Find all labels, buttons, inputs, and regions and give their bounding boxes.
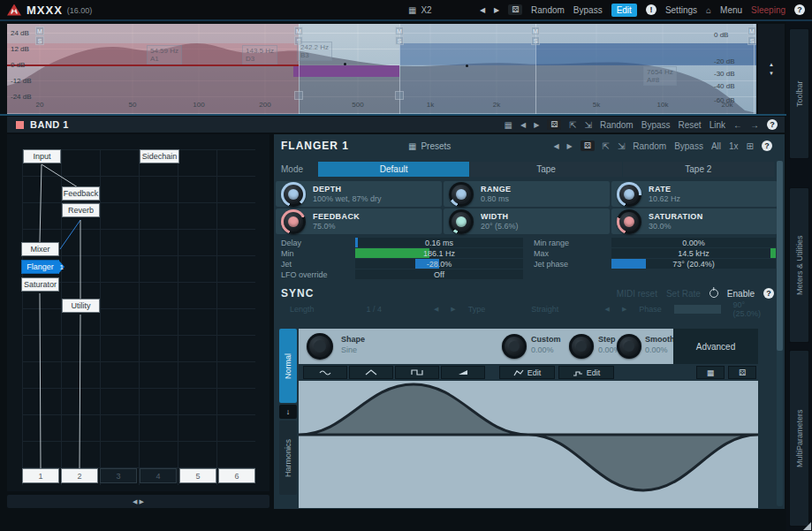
next-icon[interactable]: ▶ bbox=[622, 306, 626, 313]
prev-icon[interactable]: ◀ bbox=[434, 306, 438, 313]
node-utility[interactable]: Utility bbox=[62, 299, 100, 313]
node-feedback[interactable]: Feedback bbox=[62, 186, 100, 201]
max-slider[interactable]: 14.5 kHz bbox=[611, 248, 776, 258]
resize-handle-icon[interactable] bbox=[803, 522, 811, 530]
mode-tab-tape2[interactable]: Tape 2 bbox=[623, 162, 774, 177]
shape-dice-button[interactable]: ⚄ bbox=[728, 366, 756, 379]
next-icon[interactable]: ▶ bbox=[451, 306, 455, 313]
alert-icon[interactable]: ! bbox=[646, 4, 656, 15]
settings-button[interactable]: Settings bbox=[665, 5, 697, 15]
advanced-button[interactable]: Advanced bbox=[673, 329, 758, 364]
band-region-blue[interactable] bbox=[399, 24, 756, 114]
output-slot-4[interactable]: 4 bbox=[140, 468, 177, 483]
scroll-right-icon[interactable]: ▶ bbox=[140, 498, 144, 505]
square-shape-button[interactable] bbox=[395, 366, 439, 379]
custom-knob[interactable] bbox=[502, 334, 527, 359]
edit-steps-button[interactable]: Edit bbox=[558, 366, 614, 379]
smooth-knob[interactable] bbox=[617, 334, 641, 359]
jet-phase-slider[interactable]: 73° (20.4%) bbox=[611, 259, 776, 269]
randomize-dice-icon[interactable]: ⚄ bbox=[547, 119, 561, 130]
tab-normal[interactable]: Normal bbox=[279, 329, 297, 403]
triangle-shape-button[interactable] bbox=[349, 366, 393, 379]
scroll-left-icon[interactable]: ◀ bbox=[133, 498, 137, 505]
sidebar-tab-toolbar[interactable]: Toolbar bbox=[789, 28, 809, 159]
oversampling-button[interactable]: 1x bbox=[729, 141, 739, 151]
spectrum-analyzer[interactable]: 24 dB 12 dB 0 dB -12 dB -24 dB 0 dB -20 … bbox=[7, 24, 756, 114]
output-slot-1[interactable]: 1 bbox=[22, 468, 59, 483]
next-icon[interactable]: ▶ bbox=[567, 142, 573, 150]
grid-icon[interactable]: ▦ bbox=[505, 120, 512, 130]
node-reverb[interactable]: Reverb bbox=[62, 203, 100, 217]
mode-tab-default[interactable]: Default bbox=[318, 162, 469, 177]
sidebar-tab-meters-utilities[interactable]: Meters & Utilities bbox=[789, 187, 809, 343]
edit-points-button[interactable]: Edit bbox=[499, 366, 555, 379]
min-slider[interactable]: 186.1 Hz bbox=[355, 248, 523, 258]
arrow-right-icon[interactable]: → bbox=[750, 120, 759, 130]
output-slot-5[interactable]: 5 bbox=[179, 468, 216, 483]
copy-icon[interactable]: ⇱ bbox=[603, 141, 610, 151]
scrollbar-thumb[interactable] bbox=[777, 161, 783, 351]
saturation-knob[interactable] bbox=[617, 209, 641, 234]
arrow-left-icon[interactable]: ← bbox=[733, 120, 742, 130]
help-icon[interactable]: ? bbox=[794, 4, 805, 15]
shape-grid-button[interactable]: ▦ bbox=[696, 366, 725, 379]
node-mixer[interactable]: Mixer bbox=[21, 242, 59, 256]
flanger-vscrollbar[interactable] bbox=[777, 161, 783, 506]
shape-knob[interactable] bbox=[307, 333, 333, 360]
preset-grid-selector[interactable]: ▦ X2 bbox=[408, 5, 432, 15]
band-range-purple[interactable] bbox=[293, 65, 399, 77]
solo-handle[interactable]: S bbox=[35, 36, 44, 45]
sine-shape-button[interactable] bbox=[303, 366, 347, 379]
sync-type-value[interactable]: Straight bbox=[497, 305, 592, 314]
sync-length-value[interactable]: 1 / 4 bbox=[327, 305, 421, 314]
mode-tab-tape[interactable]: Tape bbox=[470, 162, 621, 177]
routing-graph[interactable]: Input Sidechain Feedback Reverb Mixer Fl… bbox=[7, 134, 269, 491]
band-handle[interactable] bbox=[395, 91, 404, 100]
analyzer-resize-strip[interactable]: ▲ ▼ bbox=[758, 24, 785, 114]
copy-icon[interactable]: ⇱ bbox=[569, 120, 576, 130]
prev-preset-icon[interactable]: ◀ bbox=[480, 6, 485, 14]
saw-shape-button[interactable] bbox=[441, 366, 485, 379]
node-saturator[interactable]: Saturator bbox=[21, 277, 59, 292]
mute-handle[interactable]: M bbox=[294, 27, 303, 35]
depth-knob[interactable] bbox=[281, 182, 306, 207]
solo-handle[interactable]: S bbox=[747, 36, 756, 45]
help-icon[interactable]: ? bbox=[763, 288, 774, 299]
all-button[interactable]: All bbox=[711, 141, 721, 151]
band-handle[interactable] bbox=[294, 91, 303, 100]
scroll-down-icon[interactable]: ▼ bbox=[769, 71, 774, 76]
random-button[interactable]: Random bbox=[600, 120, 634, 130]
edit-button[interactable]: Edit bbox=[611, 4, 637, 17]
range-knob[interactable] bbox=[449, 182, 474, 207]
rate-knob[interactable] bbox=[617, 182, 641, 207]
feedback-knob[interactable] bbox=[281, 209, 306, 234]
bypass-button[interactable]: Bypass bbox=[573, 5, 603, 15]
scroll-up-icon[interactable]: ▲ bbox=[769, 62, 774, 67]
band-color-swatch[interactable] bbox=[16, 121, 24, 129]
node-flanger[interactable]: Flanger 1 bbox=[21, 260, 59, 274]
delay-slider[interactable]: 0.16 ms bbox=[355, 238, 523, 247]
lfo-override-toggle[interactable]: Off bbox=[355, 269, 523, 279]
bypass-button[interactable]: Bypass bbox=[674, 141, 703, 151]
bypass-button[interactable]: Bypass bbox=[641, 120, 671, 130]
prev-icon[interactable]: ◀ bbox=[605, 306, 610, 313]
set-rate-button[interactable]: Set Rate bbox=[666, 289, 701, 299]
solo-handle[interactable]: S bbox=[395, 36, 404, 45]
paste-icon[interactable]: ⇲ bbox=[585, 120, 592, 130]
mute-handle[interactable]: M bbox=[395, 27, 404, 35]
mute-handle[interactable]: M bbox=[531, 27, 540, 35]
power-icon[interactable] bbox=[710, 289, 718, 298]
collapse-down-icon[interactable]: ↓ bbox=[279, 405, 297, 419]
band-point[interactable] bbox=[466, 64, 468, 67]
help-icon[interactable]: ? bbox=[767, 119, 778, 130]
band-region-red[interactable] bbox=[7, 24, 299, 114]
sync-phase-slider[interactable] bbox=[674, 305, 721, 314]
output-slot-3[interactable]: 3 bbox=[100, 468, 137, 483]
mute-handle[interactable]: M bbox=[35, 27, 44, 35]
midi-reset-button[interactable]: MIDI reset bbox=[617, 289, 657, 299]
random-button[interactable]: Random bbox=[531, 5, 565, 15]
reset-button[interactable]: Reset bbox=[679, 120, 702, 130]
band-point[interactable] bbox=[344, 63, 346, 65]
sidebar-tab-multiparameters[interactable]: MultiParameters bbox=[789, 350, 809, 527]
randomize-dice-icon[interactable]: ⚄ bbox=[581, 140, 595, 151]
